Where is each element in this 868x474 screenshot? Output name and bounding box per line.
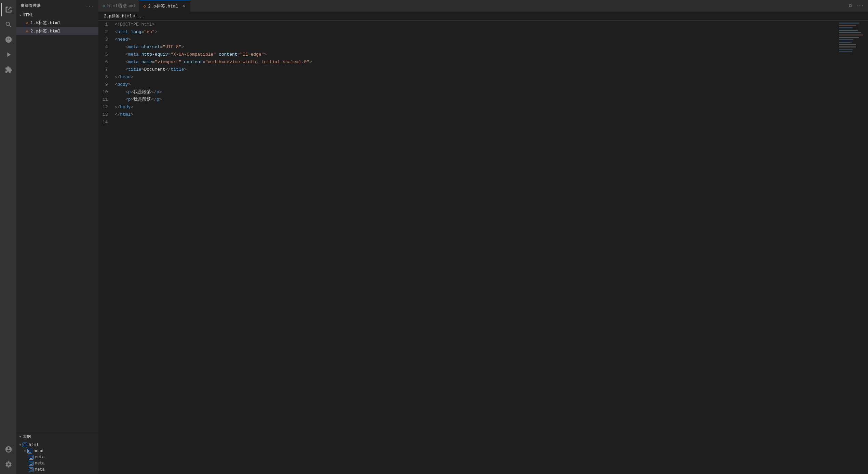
svg-rect-8 [839, 42, 852, 43]
main-editor-area: ◇ html语法.md ◇ 2.p标签.html × ⧉ ··· 2.p标签.h… [98, 0, 868, 474]
svg-rect-11 [839, 49, 853, 50]
tab-html-syntax-icon: ◇ [103, 3, 105, 9]
outline-item-meta-2[interactable]: meta [16, 460, 98, 466]
outline-html-label: html [29, 443, 39, 447]
line-numbers: 1 2 3 4 5 6 7 8 9 10 11 12 13 14 [98, 21, 112, 474]
tab-p-tag[interactable]: ◇ 2.p标签.html × [139, 0, 190, 12]
editor[interactable]: 1 2 3 4 5 6 7 8 9 10 11 12 13 14 <!DOCTY… [98, 21, 868, 474]
activity-item-account[interactable] [1, 443, 15, 456]
outline-meta2-icon [29, 461, 33, 466]
code-line-9: <body> [115, 81, 837, 88]
code-line-12: </body> [115, 103, 837, 111]
folder-header-html[interactable]: ▾ HTML [16, 12, 98, 19]
outline-meta1-label: meta [35, 455, 45, 460]
activity-item-search[interactable] [1, 18, 15, 31]
outline-header[interactable]: ▾ 大纲 [16, 432, 98, 441]
svg-rect-1 [839, 25, 856, 26]
outline-meta1-icon [29, 455, 33, 460]
sidebar-section: ▾ HTML ◇ 1.h标签.html ◇ 2.p标签.html [16, 11, 98, 432]
tabs-right-actions: ⧉ ··· [845, 0, 868, 12]
tab-p-tag-icon: ◇ [143, 3, 146, 9]
outline-head-icon [27, 449, 32, 454]
code-line-1: <!DOCTYPE html> [115, 21, 837, 28]
folder-name: HTML [23, 13, 33, 18]
folder-chevron-icon: ▾ [19, 13, 21, 17]
file-1-h-tag[interactable]: ◇ 1.h标签.html [16, 19, 98, 27]
outline-meta3-label: meta [35, 467, 45, 472]
file-1-label: 1.h标签.html [30, 20, 60, 26]
svg-rect-12 [839, 51, 852, 52]
svg-rect-2 [839, 27, 853, 28]
outline-head-label: head [33, 449, 43, 454]
sidebar-title: 资源管理器 [21, 3, 41, 8]
code-line-2: <html lang="en"> [115, 28, 837, 36]
split-editor-button[interactable]: ⧉ [847, 3, 853, 9]
code-line-7: <title>Document</title> [115, 66, 837, 73]
code-line-4: <meta charset="UTF-8"> [115, 43, 837, 51]
outline-meta2-label: meta [35, 461, 45, 466]
outline-item-head[interactable]: ▾ head [16, 448, 98, 454]
breadcrumb: 2.p标签.html > ... [98, 12, 868, 21]
outline-section: ▾ 大纲 ▾ html ▾ head meta [16, 432, 98, 474]
code-line-5: <meta http-equiv="X-UA-Compatible" conte… [115, 51, 837, 58]
outline-html-icon [23, 443, 27, 447]
code-line-11: <p>我是段落</p> [115, 96, 837, 103]
outline-tree: ▾ html ▾ head meta meta [16, 441, 98, 474]
breadcrumb-sep: > [133, 14, 136, 19]
svg-rect-0 [839, 23, 859, 24]
activity-bar-bottom [1, 443, 15, 474]
tabs-bar: ◇ html语法.md ◇ 2.p标签.html × ⧉ ··· [98, 0, 868, 12]
sidebar-header-actions: ... [85, 3, 94, 8]
tab-close-button[interactable]: × [182, 3, 186, 9]
activity-item-run[interactable] [1, 48, 15, 61]
html-file-icon: ◇ [26, 21, 28, 25]
breadcrumb-folder[interactable]: 2.p标签.html [104, 13, 132, 19]
file-2-p-tag[interactable]: ◇ 2.p标签.html [16, 27, 98, 35]
activity-bar [0, 0, 16, 474]
activity-item-extensions[interactable] [1, 63, 15, 76]
outline-item-meta-1[interactable]: meta [16, 454, 98, 460]
outline-html-chevron: ▾ [19, 443, 21, 447]
file-2-label: 2.p标签.html [30, 28, 60, 34]
minimap-svg [837, 21, 865, 123]
explorer-folder-html: ▾ HTML ◇ 1.h标签.html ◇ 2.p标签.html [16, 11, 98, 36]
activity-item-settings[interactable] [1, 458, 15, 471]
svg-rect-9 [839, 44, 856, 45]
outline-item-meta-3[interactable]: meta [16, 466, 98, 473]
code-area[interactable]: <!DOCTYPE html> <html lang="en"> <head> … [112, 21, 837, 474]
outline-title: 大纲 [23, 434, 31, 439]
sidebar-more-button[interactable]: ... [85, 3, 94, 8]
svg-rect-7 [839, 39, 853, 40]
activity-item-explorer[interactable] [1, 3, 15, 16]
more-actions-button[interactable]: ··· [855, 3, 865, 9]
svg-rect-3 [839, 30, 858, 31]
breadcrumb-path[interactable]: ... [137, 14, 145, 19]
outline-chevron-icon: ▾ [19, 435, 22, 439]
scrollbar-track[interactable] [865, 21, 868, 474]
code-line-3: <head> [115, 36, 837, 43]
code-line-14 [115, 118, 837, 126]
tab-html-syntax[interactable]: ◇ html语法.md [98, 0, 139, 12]
activity-item-source-control[interactable] [1, 33, 15, 46]
code-line-10: <p>我是段落</p> [115, 88, 837, 96]
minimap [837, 21, 865, 474]
tab-p-tag-label: 2.p标签.html [148, 3, 178, 9]
outline-meta3-icon [29, 467, 33, 472]
svg-rect-5 [839, 34, 863, 36]
svg-rect-10 [839, 46, 856, 47]
svg-rect-6 [839, 37, 859, 38]
sidebar-header: 资源管理器 ... [16, 0, 98, 11]
svg-rect-4 [839, 32, 861, 33]
outline-item-html[interactable]: ▾ html [16, 442, 98, 448]
html-file-icon-2: ◇ [26, 29, 28, 33]
code-line-13: </html> [115, 111, 837, 118]
outline-head-chevron: ▾ [24, 449, 26, 453]
code-line-8: </head> [115, 73, 837, 81]
tab-html-syntax-label: html语法.md [107, 3, 135, 9]
code-line-6: <meta name="viewport" content="width=dev… [115, 58, 837, 66]
sidebar: 资源管理器 ... ▾ HTML ◇ 1.h标签.html ◇ 2.p标签.ht… [16, 0, 98, 474]
